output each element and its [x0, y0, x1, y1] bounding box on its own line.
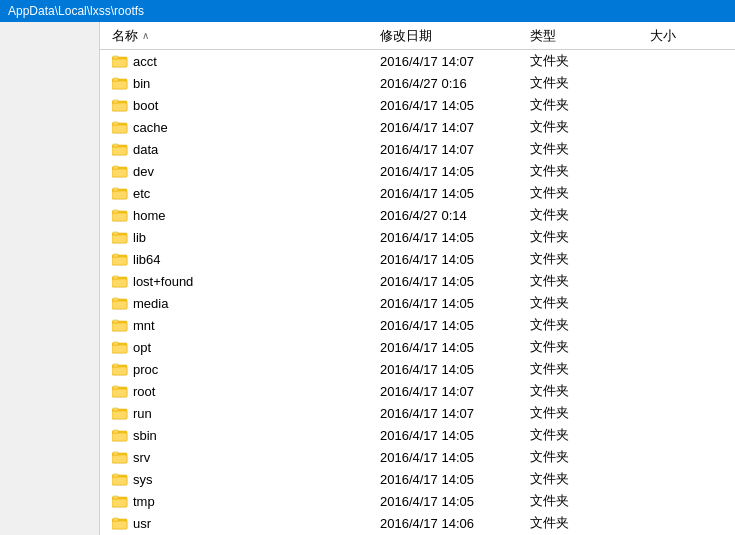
svg-rect-34 [112, 235, 127, 243]
file-type: 文件夹 [530, 360, 650, 378]
table-row[interactable]: etc 2016/4/17 14:05 文件夹 [100, 182, 735, 204]
file-name-cell: tmp [100, 494, 380, 509]
svg-rect-11 [113, 100, 118, 103]
table-row[interactable]: root 2016/4/17 14:07 文件夹 [100, 380, 735, 402]
file-date: 2016/4/17 14:05 [380, 472, 530, 487]
file-name-cell: bin [100, 76, 380, 91]
folder-icon [112, 98, 128, 112]
file-name-cell: lib64 [100, 252, 380, 267]
folder-icon [112, 252, 128, 266]
file-name-label: sys [133, 472, 153, 487]
title-bar: AppData\Local\lxss\rootfs [0, 0, 735, 22]
svg-rect-50 [112, 323, 127, 331]
file-name-label: lib [133, 230, 146, 245]
column-header: 名称 ∧ 修改日期 类型 大小 [100, 22, 735, 50]
svg-rect-79 [113, 474, 118, 477]
table-row[interactable]: usr 2016/4/17 14:06 文件夹 [100, 512, 735, 534]
table-row[interactable]: acct 2016/4/17 14:07 文件夹 [100, 50, 735, 72]
svg-rect-46 [112, 301, 127, 309]
file-type: 文件夹 [530, 404, 650, 422]
file-type: 文件夹 [530, 206, 650, 224]
folder-icon [112, 164, 128, 178]
table-row[interactable]: cache 2016/4/17 14:07 文件夹 [100, 116, 735, 138]
file-name-cell: boot [100, 98, 380, 113]
file-name-cell: run [100, 406, 380, 421]
file-type: 文件夹 [530, 448, 650, 466]
col-header-size[interactable]: 大小 [650, 27, 730, 45]
file-type: 文件夹 [530, 74, 650, 92]
file-name-label: usr [133, 516, 151, 531]
file-list[interactable]: acct 2016/4/17 14:07 文件夹 bin 2016/4/27 0… [100, 50, 735, 535]
table-row[interactable]: lib64 2016/4/17 14:05 文件夹 [100, 248, 735, 270]
col-header-name[interactable]: 名称 ∧ [100, 27, 380, 45]
file-date: 2016/4/17 14:05 [380, 362, 530, 377]
file-name-label: boot [133, 98, 158, 113]
folder-icon [112, 516, 128, 530]
svg-rect-62 [112, 389, 127, 397]
file-name-label: lib64 [133, 252, 160, 267]
file-name-cell: srv [100, 450, 380, 465]
svg-rect-75 [113, 452, 118, 455]
table-row[interactable]: lost+found 2016/4/17 14:05 文件夹 [100, 270, 735, 292]
file-name-cell: dev [100, 164, 380, 179]
col-header-type[interactable]: 类型 [530, 27, 650, 45]
svg-rect-22 [112, 169, 127, 177]
table-row[interactable]: run 2016/4/17 14:07 文件夹 [100, 402, 735, 424]
folder-icon [112, 142, 128, 156]
col-header-date[interactable]: 修改日期 [380, 27, 530, 45]
table-row[interactable]: home 2016/4/27 0:14 文件夹 [100, 204, 735, 226]
file-area: 名称 ∧ 修改日期 类型 大小 acct 2016/4/17 14:07 文件夹 [100, 22, 735, 535]
folder-icon [112, 340, 128, 354]
table-row[interactable]: dev 2016/4/17 14:05 文件夹 [100, 160, 735, 182]
file-name-label: dev [133, 164, 154, 179]
svg-rect-30 [112, 213, 127, 221]
table-row[interactable]: tmp 2016/4/17 14:05 文件夹 [100, 490, 735, 512]
table-row[interactable]: mnt 2016/4/17 14:05 文件夹 [100, 314, 735, 336]
file-name-cell: acct [100, 54, 380, 69]
table-row[interactable]: bin 2016/4/27 0:16 文件夹 [100, 72, 735, 94]
table-row[interactable]: media 2016/4/17 14:05 文件夹 [100, 292, 735, 314]
file-name-label: bin [133, 76, 150, 91]
file-name-label: tmp [133, 494, 155, 509]
svg-rect-78 [112, 477, 127, 485]
file-name-cell: mnt [100, 318, 380, 333]
table-row[interactable]: sys 2016/4/17 14:05 文件夹 [100, 468, 735, 490]
svg-rect-74 [112, 455, 127, 463]
table-row[interactable]: data 2016/4/17 14:07 文件夹 [100, 138, 735, 160]
table-row[interactable]: boot 2016/4/17 14:05 文件夹 [100, 94, 735, 116]
file-name-cell: cache [100, 120, 380, 135]
svg-rect-2 [112, 59, 127, 67]
file-name-cell: media [100, 296, 380, 311]
file-name-label: cache [133, 120, 168, 135]
file-type: 文件夹 [530, 162, 650, 180]
file-name-label: sbin [133, 428, 157, 443]
file-date: 2016/4/17 14:07 [380, 384, 530, 399]
table-row[interactable]: opt 2016/4/17 14:05 文件夹 [100, 336, 735, 358]
folder-icon [112, 494, 128, 508]
file-name-label: root [133, 384, 155, 399]
file-name-cell: proc [100, 362, 380, 377]
table-row[interactable]: srv 2016/4/17 14:05 文件夹 [100, 446, 735, 468]
svg-rect-23 [113, 166, 118, 169]
file-name-cell: usr [100, 516, 380, 531]
file-type: 文件夹 [530, 184, 650, 202]
file-type: 文件夹 [530, 228, 650, 246]
folder-icon [112, 450, 128, 464]
file-name-label: run [133, 406, 152, 421]
folder-icon [112, 406, 128, 420]
table-row[interactable]: proc 2016/4/17 14:05 文件夹 [100, 358, 735, 380]
folder-icon [112, 362, 128, 376]
svg-rect-58 [112, 367, 127, 375]
file-date: 2016/4/17 14:05 [380, 494, 530, 509]
file-name-cell: home [100, 208, 380, 223]
file-date: 2016/4/17 14:05 [380, 340, 530, 355]
table-row[interactable]: sbin 2016/4/17 14:05 文件夹 [100, 424, 735, 446]
file-type: 文件夹 [530, 514, 650, 532]
file-name-cell: lib [100, 230, 380, 245]
file-name-cell: etc [100, 186, 380, 201]
title-text: AppData\Local\lxss\rootfs [8, 4, 144, 18]
svg-rect-86 [112, 521, 127, 529]
main-container: 名称 ∧ 修改日期 类型 大小 acct 2016/4/17 14:07 文件夹 [0, 22, 735, 535]
file-date: 2016/4/17 14:05 [380, 450, 530, 465]
table-row[interactable]: lib 2016/4/17 14:05 文件夹 [100, 226, 735, 248]
